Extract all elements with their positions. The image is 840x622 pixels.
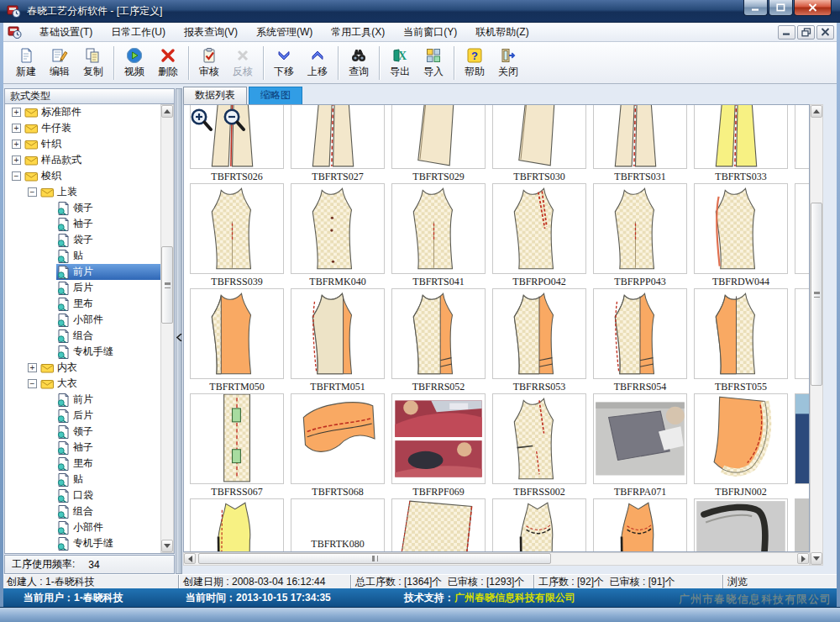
horizontal-scrollbar[interactable]	[183, 552, 810, 566]
thumbnail-cell[interactable]	[694, 104, 788, 169]
menu-item-1[interactable]: 基础设置(T)	[30, 23, 102, 41]
tree-item[interactable]: 袖子	[5, 440, 174, 456]
collapse-expander[interactable]: −	[28, 187, 37, 197]
tree-item[interactable]: −大衣	[5, 376, 174, 392]
scroll-down-arrow[interactable]	[811, 552, 822, 565]
menu-item-6[interactable]: 当前窗口(Y)	[394, 23, 466, 41]
thumbnail-cell[interactable]	[492, 104, 586, 169]
toolbar-help-button[interactable]: ?帮助	[458, 44, 491, 82]
toolbar-audit-button[interactable]: 审核	[192, 44, 226, 82]
thumbnail-cell[interactable]	[492, 183, 586, 274]
tab-thumbnail-view[interactable]: 缩略图	[249, 87, 302, 104]
tree-item[interactable]: 贴	[5, 248, 174, 264]
thumbnail-cell[interactable]	[190, 288, 284, 379]
scroll-left-arrow[interactable]	[184, 553, 196, 564]
thumbnail-cell[interactable]	[391, 393, 486, 484]
toolbar-new-button[interactable]: 新建	[9, 44, 43, 82]
tree-item[interactable]: +标准部件	[5, 104, 174, 120]
scroll-right-arrow[interactable]	[797, 553, 809, 564]
toolbar-close-button[interactable]: 关闭	[491, 44, 525, 82]
toolbar-move-down-button[interactable]: 下移	[267, 44, 301, 82]
thumbnail-cell[interactable]	[593, 498, 687, 552]
scrollbar-thumb[interactable]	[161, 246, 173, 324]
toolbar-export-button[interactable]: X导出	[383, 44, 417, 82]
thumbnail-cell[interactable]	[391, 498, 486, 552]
scrollbar-thumb[interactable]	[198, 553, 551, 564]
tree-item[interactable]: 小部件	[5, 312, 174, 328]
tree-item[interactable]: −上装	[5, 184, 174, 200]
thumbnail-cell[interactable]	[391, 183, 486, 274]
child-minimize-button[interactable]	[778, 25, 795, 40]
child-close-button[interactable]	[816, 25, 834, 40]
toolbar-delete-button[interactable]: 删除	[151, 44, 185, 82]
menu-item-7[interactable]: 联机帮助(Z)	[466, 23, 538, 41]
tree-item[interactable]: 贴	[5, 472, 174, 488]
tree-item[interactable]: +针织	[5, 136, 174, 152]
thumbnail-cell[interactable]	[694, 288, 788, 379]
tab-data-list[interactable]: 数据列表	[183, 87, 247, 104]
menu-item-3[interactable]: 报表查询(V)	[175, 23, 247, 41]
vertical-scrollbar[interactable]	[810, 104, 823, 566]
tree-item[interactable]: 后片	[5, 280, 174, 296]
thumbnail-cell[interactable]	[492, 498, 586, 552]
maximize-button[interactable]	[769, 0, 793, 16]
thumbnail-cell[interactable]	[492, 288, 586, 379]
menu-item-5[interactable]: 常用工具(X)	[322, 23, 394, 41]
thumbnail-cell[interactable]	[291, 288, 385, 379]
child-restore-button[interactable]	[797, 25, 815, 40]
thumbnail-cell[interactable]: TBFRTK080	[291, 498, 385, 552]
zoom-out-icon[interactable]	[222, 108, 247, 133]
thumbnail-cell[interactable]	[190, 183, 284, 274]
expand-expander[interactable]: +	[12, 156, 21, 165]
expand-expander[interactable]: +	[12, 140, 21, 149]
thumbnail-cell[interactable]	[593, 183, 687, 274]
tree-item[interactable]: −梭织	[5, 168, 174, 184]
thumbnail-cell[interactable]	[593, 288, 687, 379]
tree-item[interactable]: 组合	[5, 328, 174, 344]
expand-expander[interactable]: +	[12, 124, 21, 133]
tree-item[interactable]: 领子	[5, 200, 174, 216]
thumbnail-partial[interactable]	[795, 393, 810, 484]
toolbar-edit-button[interactable]: 编辑	[43, 44, 76, 82]
tree-scrollbar[interactable]	[160, 104, 174, 553]
tree-item[interactable]: +样品款式	[5, 152, 174, 168]
tree-item[interactable]: 专机手缝	[5, 344, 174, 360]
minimize-button[interactable]	[743, 0, 768, 16]
expand-expander[interactable]: +	[12, 108, 21, 117]
collapse-expander[interactable]: −	[12, 171, 21, 181]
thumbnail-cell[interactable]	[190, 498, 284, 552]
thumbnail-cell[interactable]	[291, 393, 385, 484]
tree-item[interactable]: 里布	[5, 456, 174, 472]
tree-item[interactable]: +牛仔装	[5, 120, 174, 136]
thumbnail-cell[interactable]	[593, 393, 687, 484]
toolbar-move-up-button[interactable]: 上移	[301, 44, 334, 82]
thumbnail-cell[interactable]	[291, 104, 385, 169]
toolbar-video-button[interactable]: 视频	[118, 44, 151, 82]
thumbnail-cell[interactable]	[190, 393, 284, 484]
tree-item[interactable]: +内衣	[5, 360, 174, 376]
tree-item[interactable]: 专机手缝	[5, 535, 174, 551]
thumbnail-cell[interactable]	[694, 393, 788, 484]
thumbnail-partial[interactable]	[795, 498, 810, 552]
toolbar-copy-button[interactable]: 复制	[76, 44, 110, 82]
tree-item[interactable]: 袋子	[5, 232, 174, 248]
tree-item[interactable]: 后片	[5, 408, 174, 424]
thumbnail-partial[interactable]	[795, 288, 810, 379]
thumbnail-cell[interactable]	[694, 183, 788, 274]
thumbnail-partial[interactable]	[795, 104, 810, 169]
toolbar-import-button[interactable]: 导入	[417, 44, 450, 82]
scrollbar-thumb[interactable]	[811, 203, 822, 386]
menu-item-2[interactable]: 日常工作(U)	[102, 23, 175, 41]
thumbnail-cell[interactable]	[391, 288, 486, 379]
scroll-up-arrow[interactable]	[811, 105, 822, 118]
tree-item[interactable]: 前片	[5, 264, 174, 280]
tree-item[interactable]: 小部件	[5, 519, 174, 535]
thumbnail-partial[interactable]	[795, 183, 810, 274]
collapse-expander[interactable]: −	[28, 379, 37, 388]
scroll-up-arrow[interactable]	[161, 105, 173, 118]
thumbnail-cell[interactable]	[291, 183, 385, 274]
thumbnail-cell[interactable]	[492, 393, 586, 484]
toolbar-query-button[interactable]: 查询	[342, 44, 375, 82]
tree-item[interactable]: 前片	[5, 392, 174, 408]
panel-splitter[interactable]	[176, 88, 182, 574]
